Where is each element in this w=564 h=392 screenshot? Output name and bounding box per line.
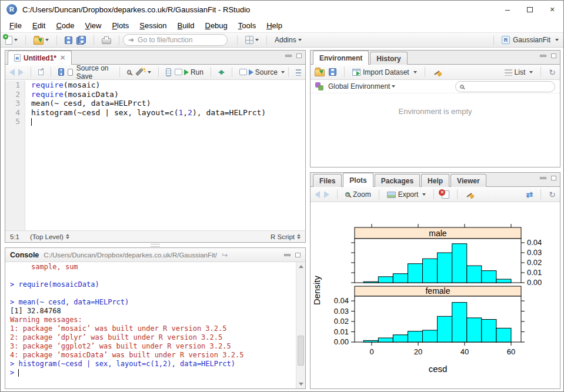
console-pane: Console C:/Users/Duncan/Dropbox/deparkes…	[5, 247, 306, 389]
minimize-pane-icon[interactable]	[284, 254, 291, 256]
scope-label: Global Environment	[328, 82, 390, 91]
pane-layout-button[interactable]	[245, 36, 259, 44]
popout-arrow-icon[interactable]: ↪	[222, 251, 228, 259]
run-arrow-icon	[184, 69, 189, 75]
console-output[interactable]: sample, sum > require(mosaicData) > mean…	[5, 262, 296, 388]
menu-item-debug[interactable]: Debug	[200, 19, 233, 32]
menu-item-view[interactable]: View	[79, 19, 106, 32]
refresh-plot-button[interactable]: ↻	[549, 190, 556, 199]
save-workspace-button[interactable]	[329, 68, 336, 76]
grid-icon	[245, 36, 253, 44]
show-in-new-window-button[interactable]	[38, 69, 44, 75]
maximize-pane-icon[interactable]	[296, 53, 302, 58]
menu-item-build[interactable]: Build	[172, 19, 200, 32]
open-file-button[interactable]	[34, 36, 49, 45]
maximize-pane-icon[interactable]	[551, 53, 556, 58]
back-button[interactable]	[9, 69, 15, 76]
addins-button[interactable]: Addins	[275, 36, 302, 44]
previous-plot-button[interactable]	[315, 191, 320, 198]
source-button[interactable]: Source	[239, 68, 285, 76]
chevron-down-icon	[555, 39, 559, 41]
save-button[interactable]	[65, 36, 72, 44]
window-title: C:/Users/Duncan/Dropbox/deparkes.co.uk/R…	[22, 5, 250, 14]
save-button[interactable]	[58, 68, 64, 76]
tab-untitled1[interactable]: Untitled1* ✕	[8, 51, 72, 65]
horizontal-splitter-handle[interactable]	[151, 244, 160, 247]
separator	[288, 67, 289, 77]
environment-search-input[interactable]	[455, 81, 555, 92]
refresh-button[interactable]: ↻	[549, 68, 556, 76]
project-icon: R	[502, 36, 510, 44]
lattice-histogram-plot: male0.000.010.020.030.04female0.000.010.…	[311, 203, 560, 388]
svg-text:0.01: 0.01	[527, 268, 542, 277]
publish-sync-icon[interactable]: ⇄	[526, 190, 533, 199]
menu-item-edit[interactable]: Edit	[27, 19, 51, 32]
menu-item-file[interactable]: File	[4, 19, 27, 32]
minimize-button[interactable]: –	[496, 1, 519, 18]
console-line	[10, 289, 296, 298]
tab-help[interactable]: Help	[421, 174, 449, 187]
separator	[25, 35, 26, 45]
scope-selector[interactable]: (Top Level)	[30, 233, 69, 240]
project-menu-button[interactable]: R GaussianFit	[502, 36, 559, 44]
tab-files[interactable]: Files	[313, 174, 342, 187]
addins-label: Addins	[275, 36, 296, 44]
menu-item-session[interactable]: Session	[134, 19, 172, 32]
rerun-button[interactable]	[218, 69, 225, 76]
file-type-selector[interactable]: R Script	[271, 233, 301, 240]
save-all-button[interactable]	[76, 36, 86, 45]
source-on-save-checkbox[interactable]	[68, 69, 73, 76]
scrollbar-thumb[interactable]	[298, 336, 304, 366]
separator	[540, 67, 541, 77]
source-label: Source	[255, 68, 278, 76]
compile-notebook-button[interactable]	[166, 68, 171, 76]
tab-environment[interactable]: Environment	[313, 51, 369, 65]
menu-item-code[interactable]: Code	[51, 19, 79, 32]
next-plot-button[interactable]	[324, 191, 329, 198]
tab-plots[interactable]: Plots	[343, 173, 373, 187]
minimize-pane-icon[interactable]	[285, 55, 292, 57]
clear-workspace-button[interactable]	[433, 68, 442, 77]
menu-item-help[interactable]: Help	[261, 19, 288, 32]
import-dataset-button[interactable]: Import Dataset	[352, 68, 417, 76]
scroll-down-button[interactable]	[296, 380, 305, 388]
console-line: sample, sum	[10, 263, 296, 272]
console-line: > mean(~ cesd, data=HELPrct)	[10, 298, 296, 307]
forward-button[interactable]	[18, 69, 24, 76]
find-replace-button[interactable]	[127, 70, 131, 75]
print-button[interactable]	[102, 38, 111, 44]
tab-packages[interactable]: Packages	[375, 174, 420, 187]
minimize-pane-icon[interactable]	[540, 177, 546, 179]
remove-plot-button[interactable]	[442, 190, 449, 199]
svg-text:male: male	[429, 229, 447, 238]
scroll-up-button[interactable]	[296, 262, 305, 271]
code-tools-button[interactable]	[137, 68, 151, 76]
maximize-button[interactable]	[519, 1, 541, 18]
environment-scope-selector[interactable]: Global Environment	[328, 82, 395, 91]
console-title: Console	[10, 251, 39, 259]
scope-label: (Top Level)	[30, 233, 64, 240]
zoom-icon	[345, 192, 350, 197]
document-outline-button[interactable]	[296, 69, 301, 76]
maximize-pane-icon[interactable]	[295, 253, 301, 257]
new-file-button[interactable]	[5, 36, 18, 45]
minimize-pane-icon[interactable]	[540, 55, 546, 57]
export-plot-button[interactable]: Export	[387, 190, 426, 199]
console-scrollbar[interactable]	[296, 262, 305, 388]
code-editor[interactable]: 1require(mosaic)2require(mosaicData)3mea…	[5, 81, 305, 230]
close-tab-icon[interactable]: ✕	[60, 54, 65, 62]
tab-history[interactable]: History	[370, 52, 407, 65]
zoom-plot-button[interactable]: Zoom	[345, 190, 371, 199]
menu-item-plots[interactable]: Plots	[106, 19, 134, 32]
menu-item-tools[interactable]: Tools	[233, 19, 261, 32]
close-button[interactable]: ×	[541, 1, 563, 18]
clear-all-plots-button[interactable]	[465, 190, 475, 199]
goto-file-function-input[interactable]: ➔ Go to file/function	[123, 34, 228, 46]
title-bar: R C:/Users/Duncan/Dropbox/deparkes.co.uk…	[1, 1, 563, 18]
tab-viewer[interactable]: Viewer	[450, 174, 486, 187]
run-button[interactable]: Run	[175, 68, 203, 76]
maximize-pane-icon[interactable]	[551, 176, 556, 180]
list-view-button[interactable]: List	[505, 68, 533, 76]
separator	[158, 67, 159, 77]
load-workspace-button[interactable]	[315, 69, 325, 76]
